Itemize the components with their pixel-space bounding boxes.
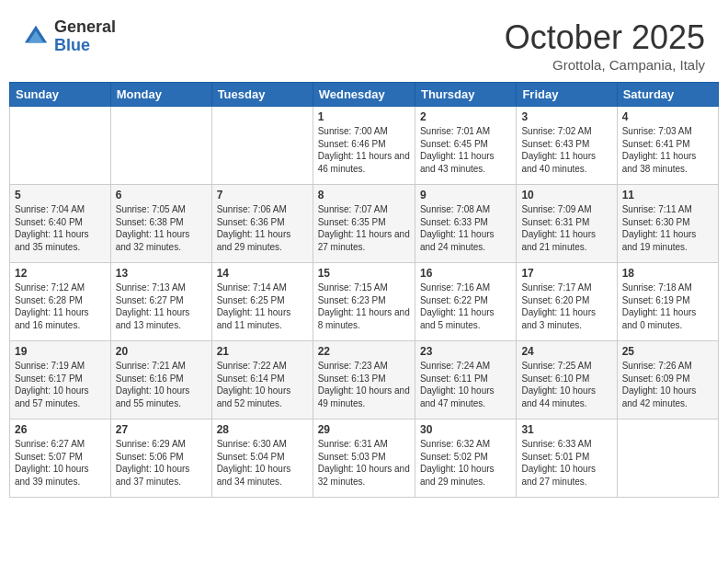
week-row-3: 12Sunrise: 7:12 AM Sunset: 6:28 PM Dayli…	[10, 263, 719, 341]
location: Grottola, Campania, Italy	[505, 57, 705, 73]
day-number: 6	[116, 189, 207, 201]
calendar-cell: 6Sunrise: 7:05 AM Sunset: 6:38 PM Daylig…	[110, 185, 211, 263]
day-number: 4	[622, 110, 713, 123]
calendar-cell: 11Sunrise: 7:11 AM Sunset: 6:30 PM Dayli…	[617, 185, 718, 263]
week-row-4: 19Sunrise: 7:19 AM Sunset: 6:17 PM Dayli…	[10, 341, 719, 419]
day-number: 29	[318, 423, 410, 436]
cell-content: Sunrise: 7:26 AM Sunset: 6:09 PM Dayligh…	[622, 360, 713, 409]
day-number: 3	[521, 110, 611, 123]
calendar-cell: 8Sunrise: 7:07 AM Sunset: 6:35 PM Daylig…	[313, 185, 415, 263]
cell-content: Sunrise: 7:00 AM Sunset: 6:46 PM Dayligh…	[318, 125, 410, 175]
day-number: 8	[318, 189, 410, 201]
calendar-cell: 25Sunrise: 7:26 AM Sunset: 6:09 PM Dayli…	[617, 341, 718, 419]
calendar-cell	[617, 419, 718, 498]
calendar-cell: 3Sunrise: 7:02 AM Sunset: 6:43 PM Daylig…	[517, 107, 617, 185]
day-number: 14	[217, 267, 308, 280]
day-number: 10	[521, 189, 611, 201]
cell-content: Sunrise: 7:12 AM Sunset: 6:28 PM Dayligh…	[15, 282, 106, 331]
day-number: 26	[15, 423, 106, 436]
day-number: 22	[318, 345, 410, 358]
col-header-sunday: Sunday	[10, 83, 111, 107]
page-header: General Blue October 2025 Grottola, Camp…	[9, 9, 719, 77]
cell-content: Sunrise: 7:11 AM Sunset: 6:30 PM Dayligh…	[622, 203, 713, 253]
day-number: 25	[622, 345, 713, 358]
day-number: 7	[217, 189, 308, 201]
cell-content: Sunrise: 6:29 AM Sunset: 5:06 PM Dayligh…	[116, 438, 207, 488]
cell-content: Sunrise: 6:30 AM Sunset: 5:04 PM Dayligh…	[217, 438, 308, 488]
calendar-cell: 27Sunrise: 6:29 AM Sunset: 5:06 PM Dayli…	[110, 419, 211, 498]
cell-content: Sunrise: 7:02 AM Sunset: 6:43 PM Dayligh…	[521, 125, 611, 175]
cell-content: Sunrise: 6:33 AM Sunset: 5:01 PM Dayligh…	[521, 438, 611, 488]
cell-content: Sunrise: 7:22 AM Sunset: 6:14 PM Dayligh…	[217, 360, 308, 409]
cell-content: Sunrise: 7:04 AM Sunset: 6:40 PM Dayligh…	[15, 203, 106, 253]
calendar-cell: 9Sunrise: 7:08 AM Sunset: 6:33 PM Daylig…	[415, 185, 516, 263]
cell-content: Sunrise: 7:13 AM Sunset: 6:27 PM Dayligh…	[116, 282, 207, 331]
col-header-friday: Friday	[517, 83, 617, 107]
day-number: 30	[420, 423, 511, 436]
logo-icon	[23, 24, 49, 50]
calendar-cell: 5Sunrise: 7:04 AM Sunset: 6:40 PM Daylig…	[10, 185, 111, 263]
calendar-cell: 30Sunrise: 6:32 AM Sunset: 5:02 PM Dayli…	[415, 419, 516, 498]
day-number: 18	[622, 267, 713, 280]
calendar-cell: 17Sunrise: 7:17 AM Sunset: 6:20 PM Dayli…	[517, 263, 617, 341]
calendar-cell: 29Sunrise: 6:31 AM Sunset: 5:03 PM Dayli…	[313, 419, 415, 498]
week-row-5: 26Sunrise: 6:27 AM Sunset: 5:07 PM Dayli…	[10, 419, 719, 498]
month-title: October 2025	[505, 18, 705, 57]
calendar-cell: 21Sunrise: 7:22 AM Sunset: 6:14 PM Dayli…	[211, 341, 313, 419]
calendar-cell	[110, 107, 211, 185]
calendar-cell: 16Sunrise: 7:16 AM Sunset: 6:22 PM Dayli…	[415, 263, 516, 341]
cell-content: Sunrise: 6:31 AM Sunset: 5:03 PM Dayligh…	[318, 438, 410, 488]
cell-content: Sunrise: 7:24 AM Sunset: 6:11 PM Dayligh…	[420, 360, 511, 409]
cell-content: Sunrise: 7:14 AM Sunset: 6:25 PM Dayligh…	[217, 282, 308, 331]
day-number: 11	[622, 189, 713, 201]
day-number: 15	[318, 267, 410, 280]
cell-content: Sunrise: 7:06 AM Sunset: 6:36 PM Dayligh…	[217, 203, 308, 253]
calendar-cell: 28Sunrise: 6:30 AM Sunset: 5:04 PM Dayli…	[211, 419, 313, 498]
calendar-cell: 19Sunrise: 7:19 AM Sunset: 6:17 PM Dayli…	[10, 341, 111, 419]
week-row-2: 5Sunrise: 7:04 AM Sunset: 6:40 PM Daylig…	[10, 185, 719, 263]
cell-content: Sunrise: 7:23 AM Sunset: 6:13 PM Dayligh…	[318, 360, 410, 409]
calendar-cell: 23Sunrise: 7:24 AM Sunset: 6:11 PM Dayli…	[415, 341, 516, 419]
day-number: 5	[15, 189, 106, 201]
calendar-cell: 20Sunrise: 7:21 AM Sunset: 6:16 PM Dayli…	[110, 341, 211, 419]
calendar-cell: 4Sunrise: 7:03 AM Sunset: 6:41 PM Daylig…	[617, 107, 718, 185]
day-number: 21	[217, 345, 308, 358]
calendar-cell: 14Sunrise: 7:14 AM Sunset: 6:25 PM Dayli…	[211, 263, 313, 341]
logo: General Blue	[23, 18, 116, 55]
cell-content: Sunrise: 7:01 AM Sunset: 6:45 PM Dayligh…	[420, 125, 511, 175]
day-number: 17	[521, 267, 611, 280]
col-header-monday: Monday	[110, 83, 211, 107]
calendar-cell: 7Sunrise: 7:06 AM Sunset: 6:36 PM Daylig…	[211, 185, 313, 263]
calendar-cell: 15Sunrise: 7:15 AM Sunset: 6:23 PM Dayli…	[313, 263, 415, 341]
col-header-tuesday: Tuesday	[211, 83, 313, 107]
day-number: 20	[116, 345, 207, 358]
logo-general: General	[54, 18, 116, 37]
cell-content: Sunrise: 7:15 AM Sunset: 6:23 PM Dayligh…	[318, 282, 410, 331]
cell-content: Sunrise: 7:18 AM Sunset: 6:19 PM Dayligh…	[622, 282, 713, 331]
col-header-thursday: Thursday	[415, 83, 516, 107]
day-number: 27	[116, 423, 207, 436]
cell-content: Sunrise: 7:19 AM Sunset: 6:17 PM Dayligh…	[15, 360, 106, 409]
cell-content: Sunrise: 7:21 AM Sunset: 6:16 PM Dayligh…	[116, 360, 207, 409]
logo-blue: Blue	[54, 37, 116, 55]
calendar-cell: 22Sunrise: 7:23 AM Sunset: 6:13 PM Dayli…	[313, 341, 415, 419]
cell-content: Sunrise: 7:07 AM Sunset: 6:35 PM Dayligh…	[318, 203, 410, 253]
day-number: 24	[521, 345, 611, 358]
calendar-cell	[211, 107, 313, 185]
day-number: 13	[116, 267, 207, 280]
cell-content: Sunrise: 7:17 AM Sunset: 6:20 PM Dayligh…	[521, 282, 611, 331]
calendar-cell: 18Sunrise: 7:18 AM Sunset: 6:19 PM Dayli…	[617, 263, 718, 341]
calendar-cell: 13Sunrise: 7:13 AM Sunset: 6:27 PM Dayli…	[110, 263, 211, 341]
day-number: 31	[521, 423, 611, 436]
calendar-table: SundayMondayTuesdayWednesdayThursdayFrid…	[9, 82, 719, 498]
day-number: 23	[420, 345, 511, 358]
cell-content: Sunrise: 7:16 AM Sunset: 6:22 PM Dayligh…	[420, 282, 511, 331]
calendar-cell	[10, 107, 111, 185]
calendar-cell: 31Sunrise: 6:33 AM Sunset: 5:01 PM Dayli…	[517, 419, 617, 498]
day-number: 1	[318, 110, 410, 123]
day-number: 16	[420, 267, 511, 280]
cell-content: Sunrise: 7:25 AM Sunset: 6:10 PM Dayligh…	[521, 360, 611, 409]
day-number: 12	[15, 267, 106, 280]
cell-content: Sunrise: 7:05 AM Sunset: 6:38 PM Dayligh…	[116, 203, 207, 253]
title-area: October 2025 Grottola, Campania, Italy	[505, 18, 705, 73]
